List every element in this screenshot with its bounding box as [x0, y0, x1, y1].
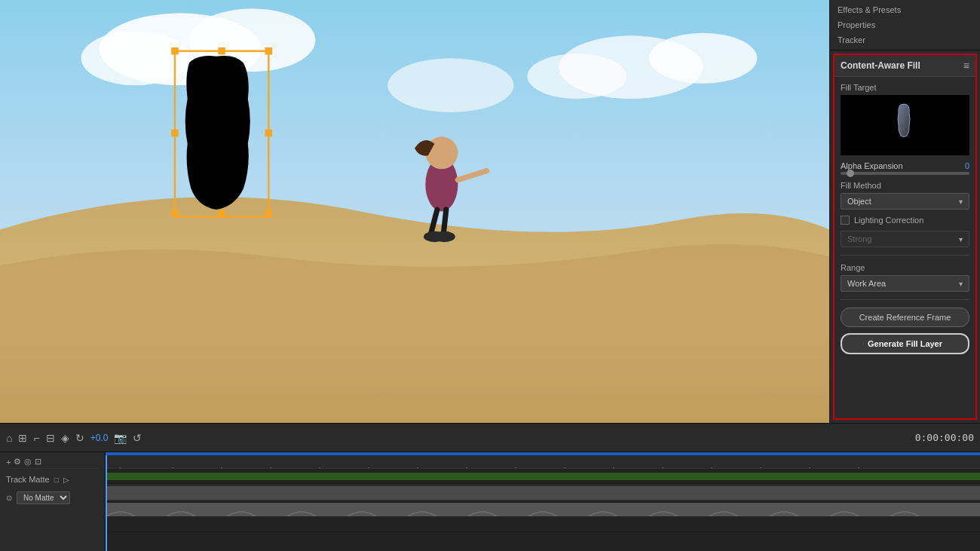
layers-icon[interactable]: ⊟	[46, 432, 55, 444]
fill-method-label: Fill Method	[841, 181, 969, 190]
svg-point-6	[649, 33, 757, 84]
plus-zero-value: +0.0	[90, 433, 109, 443]
alpha-expansion-row: Alpha Expansion 0	[841, 161, 969, 170]
fill-method-arrow: ▾	[959, 197, 963, 206]
alpha-expansion-thumb[interactable]	[847, 170, 854, 177]
svg-rect-19	[171, 210, 179, 217]
fill-method-dropdown[interactable]: Object ▾	[841, 193, 969, 210]
fill-target-section: Fill Target	[841, 83, 969, 155]
create-reference-frame-button[interactable]: Create Reference Frame	[841, 308, 969, 327]
timeline-tracks: 0:12f 01:00f 01:12f 02:00f 02:12f 03:00f…	[106, 452, 980, 551]
divider-2	[841, 299, 969, 300]
svg-rect-18	[265, 47, 273, 55]
undo-icon[interactable]: ↺	[133, 432, 142, 444]
alpha-expansion-section: Alpha Expansion 0	[841, 161, 969, 175]
track-row-green	[106, 469, 980, 484]
panel-tabs: Effects & Presets Properties Tracker	[830, 0, 980, 51]
caf-menu-icon[interactable]: ≡	[963, 60, 969, 72]
waveform-svg	[106, 503, 980, 516]
tab-effects-presets[interactable]: Effects & Presets	[836, 3, 974, 17]
fill-method-section: Fill Method Object ▾	[841, 181, 969, 210]
right-panel: Effects & Presets Properties Tracker Con…	[829, 0, 980, 423]
main-area: Effects & Presets Properties Tracker Con…	[0, 0, 980, 423]
video-canvas	[0, 0, 829, 423]
content-aware-fill-panel: Content-Aware Fill ≡ Fill Target	[833, 54, 977, 420]
camera-icon[interactable]: 📷	[114, 432, 127, 444]
home-icon[interactable]: ⌂	[6, 432, 12, 444]
alpha-expansion-slider[interactable]	[841, 172, 969, 175]
settings-track-icon[interactable]: ⚙	[14, 457, 21, 467]
svg-point-8	[387, 58, 513, 112]
svg-rect-23	[218, 47, 225, 55]
timeline-label-controls: + ⚙ ◎ ⊡	[6, 455, 99, 469]
crop-icon[interactable]: ⌐	[33, 432, 39, 444]
divider-1	[841, 255, 969, 256]
preview-area	[0, 0, 829, 423]
svg-rect-20	[265, 210, 273, 217]
lock-track-icon[interactable]: ⊡	[35, 457, 41, 467]
lighting-correction-row: Lighting Correction	[841, 216, 969, 225]
lighting-correction-label: Lighting Correction	[854, 216, 923, 225]
strong-arrow: ▾	[959, 235, 963, 243]
timecode-display: 0:00:00:00	[915, 432, 974, 443]
lighting-correction-checkbox[interactable]	[841, 216, 850, 225]
track-matte-label-row: Track Matte □ ▷	[6, 472, 99, 487]
video-background	[0, 0, 829, 423]
svg-rect-21	[171, 130, 179, 137]
svg-point-7	[527, 54, 626, 99]
timeline-controls: ⌂ ⊞ ⌐ ⊟ ◈ ↻ +0.0 📷 ↺ 0:00:00:00	[0, 424, 980, 452]
track-row-waveform	[106, 502, 980, 532]
range-arrow: ▾	[959, 280, 963, 288]
range-label: Range	[841, 263, 969, 272]
add-track-icon[interactable]: +	[6, 458, 11, 467]
track-green-bar	[106, 473, 980, 480]
range-section: Range Work Area ▾	[841, 263, 969, 292]
caf-body: Fill Target	[835, 77, 975, 360]
track-waveform-bar	[106, 503, 980, 516]
matte-toggle: ⊙	[6, 494, 12, 502]
timeline-ruler: 0:12f 01:00f 01:12f 02:00f 02:12f 03:00f…	[106, 455, 980, 469]
svg-line-13	[443, 210, 446, 234]
alpha-expansion-value[interactable]: 0	[965, 161, 969, 170]
timeline-area: ⌂ ⊞ ⌐ ⊟ ◈ ↻ +0.0 📷 ↺ 0:00:00:00 + ⚙ ◎ ⊡ …	[0, 423, 980, 551]
fill-method-value: Object	[847, 197, 871, 206]
no-matte-label-row: ⊙ No Matte	[6, 490, 99, 505]
refresh-icon[interactable]: ↻	[75, 432, 84, 444]
svg-point-3	[81, 31, 189, 85]
svg-point-15	[433, 231, 455, 242]
fill-target-thumbnail	[890, 103, 920, 148]
svg-rect-24	[218, 210, 225, 217]
track-row-dark	[106, 484, 980, 502]
caf-title: Content-Aware Fill	[841, 60, 920, 71]
generate-fill-layer-button[interactable]: Generate Fill Layer	[841, 333, 969, 354]
timeline-content: + ⚙ ◎ ⊡ Track Matte □ ▷ ⊙ No Matte	[0, 452, 980, 551]
strong-dropdown: Strong ▾	[841, 231, 969, 247]
track-matte-icon2: ▷	[63, 476, 69, 484]
track-matte-text: Track Matte	[6, 475, 50, 484]
timeline-labels: + ⚙ ◎ ⊡ Track Matte □ ▷ ⊙ No Matte	[0, 452, 106, 551]
strong-value: Strong	[847, 234, 871, 243]
fill-target-label: Fill Target	[841, 83, 969, 92]
fill-target-preview	[841, 95, 969, 155]
tab-properties[interactable]: Properties	[836, 18, 974, 32]
color-icon[interactable]: ◈	[61, 432, 69, 444]
caf-header: Content-Aware Fill ≡	[835, 55, 975, 77]
matte-select[interactable]: No Matte	[17, 491, 70, 504]
solo-track-icon[interactable]: ◎	[24, 457, 32, 467]
svg-rect-17	[171, 47, 179, 55]
tab-tracker[interactable]: Tracker	[836, 33, 974, 47]
track-dark-bar	[106, 486, 980, 500]
range-value: Work Area	[847, 279, 886, 288]
range-dropdown[interactable]: Work Area ▾	[841, 275, 969, 292]
grid-icon[interactable]: ⊞	[18, 432, 27, 444]
svg-rect-22	[265, 130, 273, 137]
playhead[interactable]	[106, 455, 107, 551]
track-matte-icon1: □	[54, 476, 59, 484]
